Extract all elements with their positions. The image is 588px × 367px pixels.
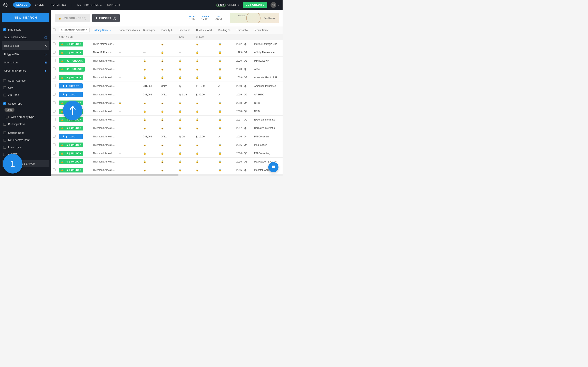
filter-radius[interactable]: Radius Filter ✕ (2, 42, 49, 50)
unlock-row-button[interactable]: 🔒|5|UNLOCK (59, 151, 83, 156)
nav-my-compstak[interactable]: MY COMPSTAK ⌄ (77, 3, 102, 7)
filter-space-type[interactable]: Space Type (2, 100, 49, 107)
unlock-row-button[interactable]: 🔒|5|UNLOCK (59, 159, 83, 164)
close-icon[interactable]: ✕ (44, 44, 47, 48)
col-free-rent[interactable]: Free Rent (177, 26, 194, 34)
row-checkbox[interactable] (51, 166, 57, 174)
checkbox-icon[interactable] (3, 153, 6, 156)
new-search-button[interactable]: NEW SEARCH (2, 13, 49, 22)
col-building-class[interactable]: Building Cl... (217, 26, 235, 34)
table-row[interactable]: 🔒|1|UNLOCK Three McPherson Sq... — — 🔒 —… (51, 40, 283, 48)
export-row-button[interactable]: ⬇|EXPORT (59, 134, 83, 139)
filter-city[interactable]: City (2, 84, 49, 91)
row-checkbox[interactable] (51, 48, 57, 57)
chat-button[interactable] (268, 162, 278, 172)
nav-support[interactable]: SUPPORT (107, 3, 121, 6)
checkbox-icon[interactable] (3, 123, 6, 125)
filter-map-filters[interactable]: Map Filters (2, 26, 49, 33)
unlock-row-button[interactable]: 🔒|5|UNLOCK (59, 125, 83, 131)
col-ti-value[interactable]: TI Value / Work ... (194, 26, 217, 34)
row-checkbox[interactable] (51, 149, 57, 158)
export-all-button[interactable]: ⬇ EXPORT (0) (92, 14, 120, 22)
table-row[interactable]: 🔒|5|UNLOCK Thurmond Arnold Bu... — 🔒 🔒 🔒… (51, 73, 283, 82)
export-row-button[interactable]: ⬇|EXPORT (59, 92, 83, 97)
space-type-chip[interactable]: Office (4, 108, 15, 112)
filter-opportunity-zones[interactable]: Opportunity Zones ▲ (2, 67, 49, 75)
unlock-row-button[interactable]: 🔒|5|UNLOCK (59, 75, 83, 80)
row-checkbox[interactable] (51, 40, 57, 48)
table-row[interactable]: 🔒|5|UNLOCK Thurmond Arnold Bu... — 🔒 🔒 🔒… (51, 166, 283, 174)
col-tenant-name[interactable]: Tenant Name (252, 26, 283, 34)
table-row[interactable]: 🔒|1|UNLOCK Three McPherson Sq... — — 🔒 —… (51, 48, 283, 57)
table-row[interactable]: ⬇|EXPORT Thurmond Arnold Bu... — 781,963… (51, 132, 283, 141)
filter-zip-code[interactable]: Zip Code (2, 91, 49, 99)
filter-lease-type[interactable]: Lease Type (2, 143, 49, 151)
unlock-row-button[interactable]: 🔒|1|UNLOCK (59, 42, 83, 47)
row-checkbox[interactable] (51, 57, 57, 65)
unlock-row-button[interactable]: 🔒|30|UNLOCK (59, 67, 85, 72)
col-building-size[interactable]: Building Si... (141, 26, 159, 34)
col-transaction-date[interactable]: Transactio... (234, 26, 252, 34)
nav-sales[interactable]: SALES (35, 3, 44, 6)
table-row[interactable]: 🔒|5|UNLOCK Thurmond Arnold Bu... — 🔒 🔒 🔒… (51, 116, 283, 124)
customize-columns-button[interactable]: CUSTOMIZE COLUMNS (57, 26, 91, 34)
nav-leases[interactable]: LEASES (13, 2, 31, 8)
row-checkbox[interactable] (51, 99, 57, 107)
table-row[interactable]: 🔒|5|UNLOCK Thurmond Arnold Bu... 🔒 🔒 🔒 🔒… (51, 99, 283, 107)
chevron-down-icon[interactable]: ⌄ (277, 4, 279, 6)
filter-search-within-view[interactable]: Search Within View ▢ (2, 33, 49, 42)
row-checkbox[interactable] (51, 141, 57, 149)
avatar[interactable]: AB (270, 2, 276, 8)
row-checkbox[interactable] (51, 82, 57, 90)
table-row[interactable]: ⬇|EXPORT Thurmond Arnold Bu... — 781,963… (51, 82, 283, 90)
filter-building-class[interactable]: Building Class (2, 120, 49, 128)
table-row[interactable]: 🔒|5|UNLOCK Thurmond Arnold Bu... — 🔒 🔒 🔒… (51, 124, 283, 132)
checkbox-icon[interactable] (3, 79, 6, 82)
table-row[interactable]: 🔒|30|UNLOCK Thurmond Arnold Bu... — 🔒 🔒 … (51, 57, 283, 65)
unlock-row-button[interactable]: 🔒|30|UNLOCK (59, 58, 85, 63)
checkbox-icon[interactable] (3, 94, 6, 96)
export-row-button[interactable]: ⬇|EXPORT (59, 83, 83, 89)
table-row[interactable]: 🔒|5|UNLOCK Thurmond Arnold Bu... — 🔒 🔒 🔒… (51, 107, 283, 116)
table-row[interactable]: 🔒|30|UNLOCK Thurmond Arnold Bu... — 🔒 🔒 … (51, 65, 283, 73)
checkbox-icon[interactable] (3, 139, 6, 142)
minimap[interactable]: McLean Washington (230, 13, 279, 23)
checkbox-icon[interactable] (3, 102, 6, 105)
unlock-row-button[interactable]: 🔒|5|UNLOCK (59, 142, 83, 147)
filter-net-effective-rent[interactable]: Net Effective Rent (2, 136, 49, 143)
row-checkbox[interactable] (51, 90, 57, 99)
nav-properties[interactable]: PROPERTIES (49, 3, 67, 6)
horizontal-scrollbar[interactable] (51, 174, 283, 176)
filter-street-address[interactable]: Street Address (2, 77, 49, 84)
checkbox-icon[interactable] (6, 116, 9, 118)
row-checkbox[interactable] (51, 65, 57, 73)
select-all-checkbox[interactable] (51, 26, 57, 34)
row-checkbox[interactable] (51, 124, 57, 132)
row-checkbox[interactable] (51, 116, 57, 124)
col-property-type[interactable]: Property T... (159, 26, 177, 34)
unlock-row-button[interactable]: 🔒|1|UNLOCK (59, 50, 83, 55)
row-checkbox[interactable] (51, 107, 57, 116)
row-checkbox[interactable] (51, 73, 57, 82)
row-checkbox[interactable] (51, 132, 57, 141)
col-building-name[interactable]: Building Name▲ (91, 26, 117, 34)
table-row[interactable]: 🔒|5|UNLOCK Thurmond Arnold Bu... — 🔒 🔒 🔒… (51, 158, 283, 166)
filter-submarkets[interactable]: Submarkets ⊞ (2, 58, 49, 67)
results-table[interactable]: CUSTOMIZE COLUMNS Building Name▲ Concess… (51, 26, 283, 174)
table-row[interactable]: ⬇|EXPORT Thurmond Arnold Bu... — 781,963… (51, 90, 283, 99)
col-concessions-notes[interactable]: Concessions Notes (117, 26, 141, 34)
checkbox-icon[interactable] (3, 28, 6, 31)
checkbox-icon[interactable] (3, 86, 6, 89)
unlock-row-button[interactable]: 🔒|5|UNLOCK (59, 167, 83, 173)
logo-icon[interactable] (3, 2, 8, 7)
table-row[interactable]: 🔒|5|UNLOCK Thurmond Arnold Bu... — 🔒 🔒 🔒… (51, 149, 283, 158)
checkbox-icon[interactable] (3, 146, 6, 149)
filter-within-property-type[interactable]: Within property type (2, 113, 49, 120)
table-row[interactable]: 🔒|5|UNLOCK Thurmond Arnold Bu... — 🔒 🔒 🔒… (51, 141, 283, 149)
filter-starting-rent[interactable]: Starting Rent (2, 129, 49, 136)
row-checkbox[interactable] (51, 158, 57, 166)
filter-polygon[interactable]: Polygon Filter ◇ (2, 50, 49, 58)
get-credits-button[interactable]: GET CREDITS (243, 2, 267, 8)
unlock-all-button[interactable]: 🔒 UNLOCK (FREE) (55, 14, 90, 22)
checkbox-icon[interactable] (3, 132, 6, 134)
